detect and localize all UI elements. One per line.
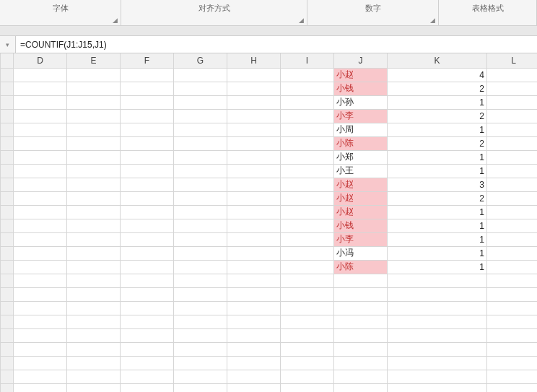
cell[interactable]	[14, 68, 67, 82]
cell[interactable]	[487, 136, 538, 150]
cell[interactable]	[121, 68, 174, 82]
cell[interactable]	[174, 370, 227, 383]
cell[interactable]	[14, 287, 67, 301]
cell[interactable]	[281, 178, 334, 191]
cell[interactable]	[67, 109, 121, 123]
cell[interactable]	[67, 191, 121, 205]
column-header[interactable]: H	[227, 53, 281, 68]
cell[interactable]	[227, 109, 281, 123]
cell[interactable]: 小赵	[334, 68, 388, 82]
cell[interactable]: 小王	[334, 164, 388, 178]
cell[interactable]	[174, 205, 227, 219]
cell[interactable]	[281, 150, 334, 164]
cell[interactable]: 1	[388, 260, 487, 274]
cell[interactable]	[388, 301, 487, 315]
cell[interactable]	[334, 274, 388, 287]
column-header[interactable]: L	[487, 53, 538, 68]
row-header[interactable]	[1, 136, 14, 150]
cell[interactable]	[227, 301, 281, 315]
cell[interactable]	[121, 164, 174, 178]
cell[interactable]	[121, 136, 174, 150]
cell[interactable]	[487, 383, 538, 392]
cell[interactable]	[121, 205, 174, 219]
cell[interactable]	[14, 109, 67, 123]
cell[interactable]	[14, 150, 67, 164]
cell[interactable]	[67, 301, 121, 315]
cell[interactable]	[388, 383, 487, 392]
cell[interactable]	[487, 315, 538, 328]
cell[interactable]	[487, 356, 538, 370]
column-header[interactable]: D	[14, 53, 67, 68]
cell[interactable]	[174, 82, 227, 95]
cell[interactable]	[487, 301, 538, 315]
cell[interactable]	[67, 205, 121, 219]
cell[interactable]	[174, 274, 227, 287]
cell[interactable]	[227, 260, 281, 274]
cell[interactable]	[67, 260, 121, 274]
cell[interactable]	[121, 356, 174, 370]
cell[interactable]	[121, 287, 174, 301]
cell[interactable]	[174, 287, 227, 301]
cell[interactable]	[487, 287, 538, 301]
cell[interactable]	[14, 178, 67, 191]
cell[interactable]	[121, 260, 174, 274]
cell[interactable]	[227, 178, 281, 191]
cell[interactable]	[487, 274, 538, 287]
cell[interactable]	[227, 136, 281, 150]
cell[interactable]	[487, 342, 538, 356]
row-header[interactable]	[1, 123, 14, 136]
cell[interactable]	[487, 150, 538, 164]
cell[interactable]	[14, 356, 67, 370]
cell[interactable]	[388, 274, 487, 287]
cell[interactable]	[67, 356, 121, 370]
dialog-launcher-icon[interactable]: ◢	[111, 17, 118, 24]
cell[interactable]	[14, 301, 67, 315]
cell[interactable]: 1	[388, 164, 487, 178]
cell[interactable]	[227, 315, 281, 328]
row-header[interactable]	[1, 260, 14, 274]
name-box-dropdown[interactable]: ▾	[0, 36, 16, 53]
cell[interactable]	[174, 178, 227, 191]
cell[interactable]	[281, 219, 334, 232]
cell[interactable]	[281, 342, 334, 356]
cell[interactable]	[121, 95, 174, 109]
cell[interactable]	[281, 287, 334, 301]
cell[interactable]: 小李	[334, 232, 388, 246]
cell[interactable]	[281, 136, 334, 150]
cell[interactable]	[334, 356, 388, 370]
cell[interactable]	[67, 136, 121, 150]
cell[interactable]	[121, 232, 174, 246]
cell[interactable]	[487, 82, 538, 95]
cell[interactable]	[174, 315, 227, 328]
cell[interactable]	[334, 315, 388, 328]
cell[interactable]	[388, 370, 487, 383]
cell[interactable]	[121, 370, 174, 383]
cell[interactable]	[67, 274, 121, 287]
cell[interactable]	[67, 370, 121, 383]
cell[interactable]	[174, 68, 227, 82]
row-header[interactable]	[1, 342, 14, 356]
cell[interactable]: 小周	[334, 123, 388, 136]
cell[interactable]	[334, 370, 388, 383]
column-header[interactable]: J	[334, 53, 388, 68]
cell[interactable]	[67, 178, 121, 191]
cell[interactable]	[227, 287, 281, 301]
cell[interactable]	[67, 95, 121, 109]
cell[interactable]	[121, 315, 174, 328]
cell[interactable]	[281, 191, 334, 205]
cell[interactable]: 小钱	[334, 82, 388, 95]
cell[interactable]	[388, 287, 487, 301]
cell[interactable]	[121, 219, 174, 232]
cell[interactable]	[14, 274, 67, 287]
row-header[interactable]	[1, 246, 14, 260]
cell[interactable]	[67, 246, 121, 260]
cell[interactable]	[487, 123, 538, 136]
cell[interactable]	[121, 274, 174, 287]
cell[interactable]	[14, 260, 67, 274]
cell[interactable]	[67, 232, 121, 246]
cell[interactable]	[121, 178, 174, 191]
cell[interactable]: 小陈	[334, 260, 388, 274]
cell[interactable]	[67, 287, 121, 301]
cell[interactable]: 小赵	[334, 191, 388, 205]
cell[interactable]	[174, 150, 227, 164]
